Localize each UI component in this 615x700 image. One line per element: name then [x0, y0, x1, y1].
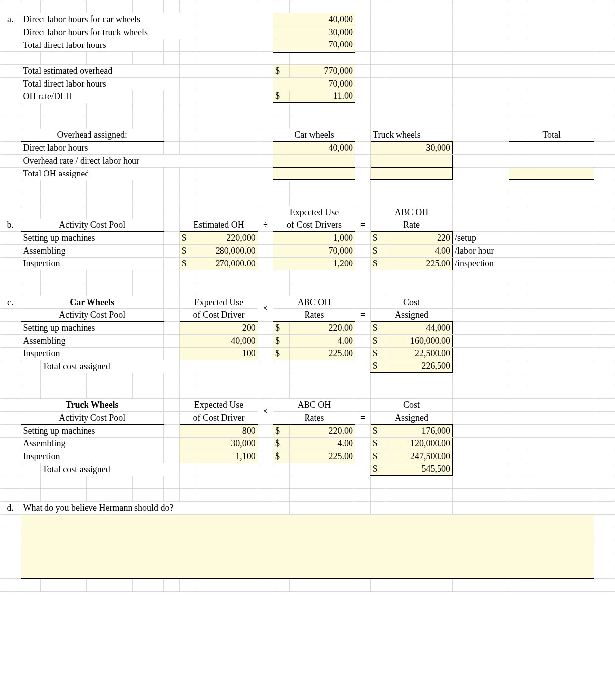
label-oh-rate-dlh: Overhead rate / direct labor hour [21, 155, 196, 168]
val-est[interactable]: 280,000.00 [196, 245, 258, 258]
col-total: Total [509, 129, 594, 142]
acp-name: Setting up machines [21, 322, 163, 335]
label: Total direct labor hours [21, 78, 180, 90]
cell-rate-truck[interactable] [371, 155, 453, 168]
val-use[interactable]: 800 [180, 425, 258, 438]
currency: $ [273, 438, 289, 450]
op-equals: = [355, 412, 370, 425]
currency: $ [371, 450, 387, 463]
val-rate[interactable]: 225.00 [290, 450, 355, 463]
op-equals: = [355, 309, 370, 322]
label: OH rate/DLH [21, 90, 132, 103]
answer-textarea[interactable] [21, 515, 594, 579]
val-rate[interactable]: 225.00 [387, 258, 453, 270]
op-equals: = [355, 219, 370, 232]
currency: $ [371, 425, 387, 438]
val-total-dlh[interactable]: 70,000 [273, 39, 355, 52]
op-times: × [258, 399, 273, 425]
label: Total estimated overhead [21, 65, 180, 78]
hdr-abc1: ABC OH [273, 399, 355, 412]
hdr-acp: Activity Cost Pool [21, 309, 163, 322]
val-rate[interactable]: 4.00 [290, 438, 355, 450]
currency: $ [273, 322, 289, 335]
val-total[interactable]: 226,500 [387, 360, 453, 373]
val-use[interactable]: 200 [180, 322, 258, 335]
currency: $ [371, 463, 387, 476]
label-total: Total cost assigned [40, 360, 179, 373]
val-rate[interactable]: 225.00 [290, 348, 355, 360]
unit: /labor hour [453, 245, 527, 258]
col-car: Car wheels [273, 129, 355, 142]
currency: $ [371, 245, 387, 258]
label-total-oh: Total OH assigned [21, 168, 163, 180]
val-use[interactable]: 40,000 [180, 335, 258, 348]
currency: $ [273, 450, 289, 463]
currency: $ [371, 232, 387, 245]
hdr-acp: Activity Cost Pool [21, 412, 163, 425]
val-dlh-car[interactable]: 40,000 [273, 142, 355, 155]
currency: $ [273, 348, 289, 360]
col-truck: Truck wheels [371, 129, 453, 142]
cell-rate-car[interactable] [273, 155, 355, 168]
val-rate[interactable]: 220 [387, 232, 453, 245]
val-rate[interactable]: 4.00 [290, 335, 355, 348]
val-rate[interactable]: 4.00 [387, 245, 453, 258]
val-use[interactable]: 1,200 [273, 258, 355, 270]
val-rate[interactable]: 220.00 [290, 425, 355, 438]
unit: /inspection [453, 258, 527, 270]
val-truck-dlh[interactable]: 30,000 [273, 26, 355, 39]
acp-name: Assembling [21, 438, 163, 450]
currency: $ [273, 90, 289, 103]
cell-total-sum[interactable] [509, 168, 594, 180]
hdr-abc2: Rates [273, 309, 355, 322]
hdr-abc-b: Rate [371, 219, 453, 232]
val-use[interactable]: 1,000 [273, 232, 355, 245]
currency: $ [371, 322, 387, 335]
acp-name: Inspection [21, 450, 163, 463]
val-cost[interactable]: 120,000.00 [387, 438, 453, 450]
currency: $ [273, 335, 289, 348]
hdr-cost1: Cost [371, 399, 453, 412]
val-cost[interactable]: 247,500.00 [387, 450, 453, 463]
hdr-eu2: of Cost Driver [180, 309, 258, 322]
hdr-expected-use-b: of Cost Drivers [273, 219, 355, 232]
val-total-dlh2[interactable]: 70,000 [273, 78, 355, 90]
currency: $ [371, 348, 387, 360]
val-use[interactable]: 100 [180, 348, 258, 360]
val-cost[interactable]: 160,000.00 [387, 335, 453, 348]
val-use[interactable]: 1,100 [180, 450, 258, 463]
hdr-expected-use-a: Expected Use [273, 206, 355, 219]
val-cost[interactable]: 176,000 [387, 425, 453, 438]
currency: $ [371, 258, 387, 270]
title-car-wheels: Car Wheels [21, 296, 163, 309]
spreadsheet[interactable]: a. Direct labor hours for car wheels 40,… [0, 0, 615, 592]
val-rate[interactable]: 220.00 [290, 322, 355, 335]
cell-total-truck[interactable] [371, 168, 453, 180]
val-dlh-truck[interactable]: 30,000 [371, 142, 453, 155]
currency: $ [371, 438, 387, 450]
currency: $ [371, 360, 387, 373]
val-use[interactable]: 70,000 [273, 245, 355, 258]
val-est-oh[interactable]: 770,000 [290, 65, 355, 78]
label: Total direct labor hours [21, 39, 163, 52]
val-cost[interactable]: 22,500.00 [387, 348, 453, 360]
val-oh-rate[interactable]: 11.00 [290, 90, 355, 103]
label: Direct labor hours for car wheels [21, 13, 196, 26]
hdr-cost2: Assigned [371, 412, 453, 425]
cell-total-car[interactable] [273, 168, 355, 180]
hdr-acp: Activity Cost Pool [21, 219, 163, 232]
val-cost[interactable]: 44,000 [387, 322, 453, 335]
hdr-abc2: Rates [273, 412, 355, 425]
label: Direct labor hours for truck wheels [21, 26, 196, 39]
marker-d: d. [0, 502, 21, 515]
val-est[interactable]: 270,000.00 [196, 258, 258, 270]
currency: $ [180, 245, 196, 258]
currency: $ [371, 335, 387, 348]
val-use[interactable]: 30,000 [180, 438, 258, 450]
val-car-dlh[interactable]: 40,000 [273, 13, 355, 26]
marker-b: b. [0, 219, 21, 232]
title-truck-wheels: Truck Wheels [21, 399, 163, 412]
val-total[interactable]: 545,500 [387, 463, 453, 476]
val-est[interactable]: 220,000 [196, 232, 258, 245]
hdr-eu1: Expected Use [180, 296, 258, 309]
